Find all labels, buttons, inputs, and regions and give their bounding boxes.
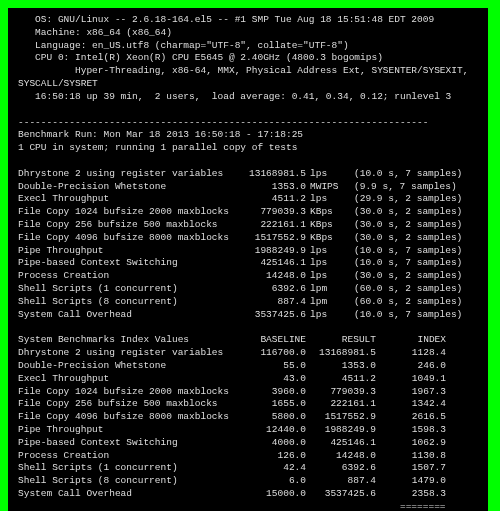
benchmark-value: 1988249.9 bbox=[236, 245, 306, 258]
benchmark-unit: KBps bbox=[306, 219, 348, 232]
index-name: File Copy 4096 bufsize 8000 maxblocks bbox=[18, 411, 236, 424]
index-row: File Copy 1024 bufsize 2000 maxblocks396… bbox=[18, 386, 478, 399]
benchmark-row: File Copy 1024 bufsize 2000 maxblocks779… bbox=[18, 206, 478, 219]
index-header-title: System Benchmarks Index Values bbox=[18, 334, 236, 347]
os-line: OS: GNU/Linux -- 2.6.18-164.el5 -- #1 SM… bbox=[18, 14, 478, 27]
benchmark-samples: (30.0 s, 2 samples) bbox=[348, 206, 462, 219]
benchmark-results: Dhrystone 2 using register variables1316… bbox=[18, 168, 478, 322]
benchmark-name: Shell Scripts (8 concurrent) bbox=[18, 296, 236, 309]
index-values: Dhrystone 2 using register variables1167… bbox=[18, 347, 478, 501]
index-baseline: 42.4 bbox=[236, 462, 306, 475]
benchmark-samples: (60.0 s, 2 samples) bbox=[348, 283, 462, 296]
index-row: Double-Precision Whetstone55.01353.0246.… bbox=[18, 360, 478, 373]
machine-line: Machine: x86_64 (x86_64) bbox=[18, 27, 478, 40]
benchmark-row: System Call Overhead3537425.6lps(10.0 s,… bbox=[18, 309, 478, 322]
index-header-row: System Benchmarks Index Values BASELINE … bbox=[18, 334, 478, 347]
index-index: 1128.4 bbox=[376, 347, 446, 360]
index-index: 1479.0 bbox=[376, 475, 446, 488]
index-header-baseline: BASELINE bbox=[236, 334, 306, 347]
index-baseline: 1655.0 bbox=[236, 398, 306, 411]
benchmark-unit: MWIPS bbox=[306, 181, 348, 194]
index-baseline: 6.0 bbox=[236, 475, 306, 488]
benchmark-value: 1353.0 bbox=[236, 181, 306, 194]
index-row: Execl Throughput43.04511.21049.1 bbox=[18, 373, 478, 386]
benchmark-value: 222161.1 bbox=[236, 219, 306, 232]
index-row: Shell Scripts (1 concurrent)42.46392.615… bbox=[18, 462, 478, 475]
benchmark-unit: lps bbox=[306, 193, 348, 206]
index-name: Pipe Throughput bbox=[18, 424, 236, 437]
benchmark-name: Dhrystone 2 using register variables bbox=[18, 168, 236, 181]
index-row: Dhrystone 2 using register variables1167… bbox=[18, 347, 478, 360]
index-index: 1062.9 bbox=[376, 437, 446, 450]
index-baseline: 5800.0 bbox=[236, 411, 306, 424]
benchmark-row: Shell Scripts (8 concurrent)887.4lpm(60.… bbox=[18, 296, 478, 309]
benchmark-row: File Copy 4096 bufsize 8000 maxblocks151… bbox=[18, 232, 478, 245]
index-row: File Copy 4096 bufsize 8000 maxblocks580… bbox=[18, 411, 478, 424]
index-name: Shell Scripts (8 concurrent) bbox=[18, 475, 236, 488]
benchmark-name: File Copy 1024 bufsize 2000 maxblocks bbox=[18, 206, 236, 219]
benchmark-name: File Copy 256 bufsize 500 maxblocks bbox=[18, 219, 236, 232]
benchmark-samples: (10.0 s, 7 samples) bbox=[348, 245, 462, 258]
benchmark-unit: lps bbox=[306, 257, 348, 270]
blank bbox=[18, 322, 478, 335]
index-result: 14248.0 bbox=[306, 450, 376, 463]
index-baseline: 126.0 bbox=[236, 450, 306, 463]
benchmark-value: 4511.2 bbox=[236, 193, 306, 206]
index-baseline: 3960.0 bbox=[236, 386, 306, 399]
index-result: 425146.1 bbox=[306, 437, 376, 450]
benchmark-row: Double-Precision Whetstone1353.0MWIPS(9.… bbox=[18, 181, 478, 194]
cpu-count-line: 1 CPU in system; running 1 parallel copy… bbox=[18, 142, 478, 155]
benchmark-name: Pipe-based Context Switching bbox=[18, 257, 236, 270]
benchmark-samples: (9.9 s, 7 samples) bbox=[348, 181, 457, 194]
index-name: File Copy 1024 bufsize 2000 maxblocks bbox=[18, 386, 236, 399]
index-result: 222161.1 bbox=[306, 398, 376, 411]
index-baseline: 55.0 bbox=[236, 360, 306, 373]
benchmark-row: Execl Throughput4511.2lps(29.9 s, 2 samp… bbox=[18, 193, 478, 206]
index-result: 1988249.9 bbox=[306, 424, 376, 437]
benchmark-value: 779039.3 bbox=[236, 206, 306, 219]
index-result: 6392.6 bbox=[306, 462, 376, 475]
benchmark-unit: KBps bbox=[306, 206, 348, 219]
index-result: 13168981.5 bbox=[306, 347, 376, 360]
index-row: File Copy 256 bufsize 500 maxblocks1655.… bbox=[18, 398, 478, 411]
benchmark-samples: (10.0 s, 7 samples) bbox=[348, 309, 462, 322]
index-row: Pipe-based Context Switching4000.0425146… bbox=[18, 437, 478, 450]
index-result: 887.4 bbox=[306, 475, 376, 488]
index-baseline: 116700.0 bbox=[236, 347, 306, 360]
benchmark-samples: (10.0 s, 7 samples) bbox=[348, 257, 462, 270]
index-baseline: 43.0 bbox=[236, 373, 306, 386]
score-separator: ======== bbox=[18, 501, 478, 511]
benchmark-samples: (30.0 s, 2 samples) bbox=[348, 232, 462, 245]
index-baseline: 12440.0 bbox=[236, 424, 306, 437]
cpu-line: CPU 0: Intel(R) Xeon(R) CPU E5645 @ 2.40… bbox=[18, 52, 478, 65]
benchmark-unit: lps bbox=[306, 309, 348, 322]
benchmark-unit: KBps bbox=[306, 232, 348, 245]
index-row: Process Creation126.014248.01130.8 bbox=[18, 450, 478, 463]
index-name: Execl Throughput bbox=[18, 373, 236, 386]
benchmark-samples: (60.0 s, 2 samples) bbox=[348, 296, 462, 309]
index-result: 1517552.9 bbox=[306, 411, 376, 424]
index-row: System Call Overhead15000.03537425.62358… bbox=[18, 488, 478, 501]
blank bbox=[18, 155, 478, 168]
language-line: Language: en_US.utf8 (charmap="UTF-8", c… bbox=[18, 40, 478, 53]
terminal-window: OS: GNU/Linux -- 2.6.18-164.el5 -- #1 SM… bbox=[8, 8, 488, 511]
benchmark-value: 3537425.6 bbox=[236, 309, 306, 322]
index-index: 1967.3 bbox=[376, 386, 446, 399]
index-name: Pipe-based Context Switching bbox=[18, 437, 236, 450]
index-row: Pipe Throughput12440.01988249.91598.3 bbox=[18, 424, 478, 437]
benchmark-unit: lps bbox=[306, 168, 348, 181]
index-result: 779039.3 bbox=[306, 386, 376, 399]
benchmark-name: Process Creation bbox=[18, 270, 236, 283]
benchmark-value: 6392.6 bbox=[236, 283, 306, 296]
index-name: File Copy 256 bufsize 500 maxblocks bbox=[18, 398, 236, 411]
benchmark-name: Shell Scripts (1 concurrent) bbox=[18, 283, 236, 296]
index-header-index: INDEX bbox=[376, 334, 446, 347]
index-index: 2358.3 bbox=[376, 488, 446, 501]
divider-line: ----------------------------------------… bbox=[18, 117, 478, 130]
index-result: 3537425.6 bbox=[306, 488, 376, 501]
index-row: Shell Scripts (8 concurrent)6.0887.41479… bbox=[18, 475, 478, 488]
index-index: 1598.3 bbox=[376, 424, 446, 437]
benchmark-name: Double-Precision Whetstone bbox=[18, 181, 236, 194]
benchmark-row: Process Creation14248.0lps(30.0 s, 2 sam… bbox=[18, 270, 478, 283]
index-header-result: RESULT bbox=[306, 334, 376, 347]
